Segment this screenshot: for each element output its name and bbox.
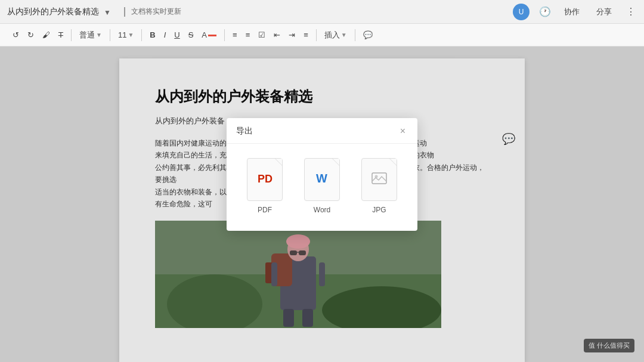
export-option-pdf[interactable]: PDF PDF bbox=[243, 158, 286, 214]
font-size-selector[interactable]: 11 ▼ bbox=[115, 29, 137, 41]
svg-rect-18 bbox=[372, 173, 386, 184]
align-options-button[interactable]: ≡ bbox=[301, 29, 311, 41]
history-icon[interactable]: 🕐 bbox=[539, 6, 551, 18]
modal-close-button[interactable]: × bbox=[398, 125, 408, 137]
insert-label: 插入 bbox=[324, 30, 340, 41]
user-avatar[interactable]: U bbox=[513, 4, 530, 20]
format-paint-button[interactable]: 🖌 bbox=[39, 29, 53, 41]
pdf-file-icon: PDF bbox=[247, 158, 283, 201]
pdf-symbol: PDF bbox=[256, 169, 273, 190]
align-left-button[interactable]: ≡ bbox=[230, 29, 240, 41]
insert-chevron: ▼ bbox=[341, 32, 347, 38]
redo-button[interactable]: ↻ bbox=[24, 29, 37, 41]
jpg-svg-icon bbox=[371, 169, 388, 186]
modal-title: 导出 bbox=[236, 126, 253, 137]
share-button[interactable]: 分享 bbox=[593, 4, 615, 20]
content-area: 从内到外的户外装备精选 从内到外的户外装备 随着国内对健康运动的重视，越来越多的… bbox=[0, 47, 644, 362]
font-size-label: 11 bbox=[118, 30, 126, 39]
indent-dec-button[interactable]: ⇤ bbox=[271, 29, 283, 41]
svg-text:PDF: PDF bbox=[258, 173, 273, 185]
export-option-word[interactable]: W Word bbox=[301, 158, 343, 214]
toolbar: ↺ ↻ 🖌 T̶ 普通 ▼ 11 ▼ B I U S A ≡ ≡ ☑ ⇤ ⇥ ≡… bbox=[0, 24, 644, 47]
modal-body: PDF PDF W Word bbox=[227, 144, 417, 231]
jpg-symbol bbox=[371, 169, 388, 190]
toolbar-sep-6 bbox=[355, 29, 355, 41]
underline-button[interactable]: U bbox=[171, 29, 182, 41]
font-size-chevron: ▼ bbox=[128, 32, 134, 38]
style-selector[interactable]: 普通 ▼ bbox=[76, 28, 105, 42]
list-button[interactable]: ≡ bbox=[243, 29, 253, 41]
text-color-indicator bbox=[208, 35, 216, 36]
top-bar: 从内到外的户外装备精选 ▼ 文档将实时更新 U 🕐 协作 分享 ⋮ bbox=[0, 0, 644, 24]
word-svg-icon: W bbox=[314, 169, 330, 186]
italic-button[interactable]: I bbox=[161, 29, 169, 41]
word-file-icon: W bbox=[304, 158, 340, 201]
top-divider bbox=[124, 7, 125, 17]
svg-text:W: W bbox=[316, 172, 327, 185]
bold-button[interactable]: B bbox=[147, 29, 158, 41]
jpg-label: JPG bbox=[372, 206, 386, 214]
clear-format-button[interactable]: T̶ bbox=[55, 29, 66, 41]
more-icon[interactable]: ⋮ bbox=[625, 6, 637, 18]
style-label: 普通 bbox=[79, 30, 95, 41]
comment-toolbar-button[interactable]: 💬 bbox=[360, 29, 376, 41]
indent-inc-button[interactable]: ⇥ bbox=[286, 29, 298, 41]
insert-button[interactable]: 插入 ▼ bbox=[321, 28, 350, 42]
pdf-label: PDF bbox=[258, 206, 272, 214]
undo-button[interactable]: ↺ bbox=[10, 29, 22, 41]
toolbar-sep-3 bbox=[141, 29, 142, 41]
word-symbol: W bbox=[314, 169, 330, 190]
style-chevron: ▼ bbox=[96, 32, 102, 38]
modal-overlay: 导出 × PDF PDF bbox=[0, 47, 644, 362]
toolbar-sep-4 bbox=[224, 29, 225, 41]
modal-header: 导出 × bbox=[227, 118, 417, 144]
text-color-label: A bbox=[202, 30, 207, 39]
text-color-button[interactable]: A bbox=[199, 29, 219, 41]
toolbar-sep-2 bbox=[110, 29, 110, 41]
toolbar-sep-5 bbox=[316, 29, 317, 41]
export-modal: 导出 × PDF PDF bbox=[227, 118, 417, 231]
pdf-svg-icon: PDF bbox=[256, 169, 273, 186]
pin-icon[interactable]: ▼ bbox=[104, 8, 111, 16]
document-title[interactable]: 从内到外的户外装备精选 bbox=[7, 7, 99, 17]
collaborate-button[interactable]: 协作 bbox=[561, 4, 583, 20]
jpg-file-icon bbox=[361, 158, 397, 201]
top-bar-actions: U 🕐 协作 分享 ⋮ bbox=[513, 4, 637, 20]
toolbar-sep-1 bbox=[71, 29, 72, 41]
export-option-jpg[interactable]: JPG bbox=[358, 158, 401, 214]
strikethrough-button[interactable]: S bbox=[185, 29, 197, 41]
word-label: Word bbox=[314, 206, 330, 214]
document-status: 文档将实时更新 bbox=[131, 7, 181, 17]
checklist-button[interactable]: ☑ bbox=[255, 29, 268, 41]
